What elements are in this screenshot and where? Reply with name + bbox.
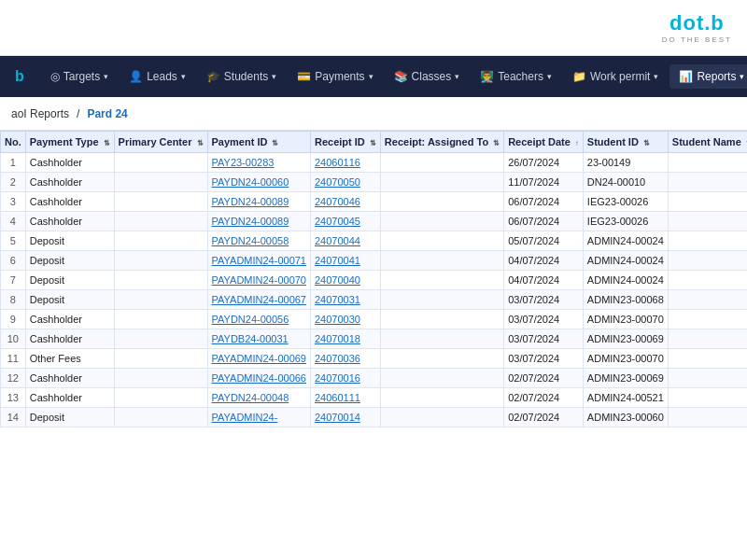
cell-receipt_id[interactable]: 24060116 bbox=[311, 153, 381, 173]
table-row: 1CashholderPAY23-002832406011626/07/2024… bbox=[1, 153, 748, 173]
cell-student_name bbox=[668, 251, 747, 271]
logo-sub: DO THE BEST bbox=[662, 35, 732, 44]
cell-payment_type: Deposit bbox=[25, 290, 114, 310]
cell-receipt_id[interactable]: 24060111 bbox=[311, 388, 381, 408]
cell-payment_type: Deposit bbox=[25, 231, 114, 251]
cell-receipt_date: 03/07/2024 bbox=[504, 329, 584, 349]
cell-payment_id[interactable]: PAYADMIN24- bbox=[207, 408, 311, 427]
cell-payment_id[interactable]: PAYDB24-00031 bbox=[207, 329, 311, 349]
cell-student_name bbox=[668, 329, 747, 349]
cell-primary_center bbox=[114, 153, 207, 173]
page-label: Pard 24 bbox=[87, 107, 127, 120]
cell-receipt_id[interactable]: 24070044 bbox=[311, 231, 381, 251]
reports-icon: 📊 bbox=[679, 70, 693, 83]
cell-student_name bbox=[668, 153, 747, 173]
payments-table: No. Payment Type ⇅ Primary Center ⇅ Paym… bbox=[0, 131, 747, 427]
cell-student_name bbox=[668, 212, 747, 231]
nav-item-teachers[interactable]: 👨‍🏫 Teachers ▾ bbox=[471, 64, 561, 89]
cell-payment_type: Cashholder bbox=[25, 369, 114, 388]
nav-item-leads[interactable]: 👤 Leads ▾ bbox=[120, 64, 195, 89]
cell-receipt_id[interactable]: 24070041 bbox=[311, 251, 381, 271]
cell-primary_center bbox=[114, 329, 207, 349]
cell-primary_center bbox=[114, 408, 207, 427]
col-receipt-date[interactable]: Receipt Date ↑ bbox=[504, 132, 584, 153]
aoi-reports-label: aoI Reports bbox=[11, 107, 69, 120]
cell-receipt_id[interactable]: 24070045 bbox=[311, 212, 381, 231]
col-student-name[interactable]: Student Name ⇅ bbox=[668, 132, 747, 153]
table-row: 2CashholderPAYDN24-000602407005011/07/20… bbox=[1, 173, 748, 192]
cell-receipt_date: 04/07/2024 bbox=[504, 251, 584, 271]
cell-payment_id[interactable]: PAY23-00283 bbox=[207, 153, 311, 173]
cell-payment_id[interactable]: PAYDN24-00058 bbox=[207, 231, 311, 251]
col-payment-id[interactable]: Payment ID ⇅ bbox=[207, 132, 311, 153]
targets-icon: ◎ bbox=[50, 70, 60, 83]
cell-no: 14 bbox=[1, 408, 26, 427]
cell-no: 12 bbox=[1, 369, 26, 388]
cell-payment_type: Cashholder bbox=[25, 192, 114, 212]
col-receipt-assigned-to[interactable]: Receipt: Assigned To ⇅ bbox=[380, 132, 503, 153]
cell-payment_type: Cashholder bbox=[25, 173, 114, 192]
students-arrow: ▾ bbox=[272, 72, 276, 81]
cell-receipt_id[interactable]: 24070046 bbox=[311, 192, 381, 212]
nav-item-classes[interactable]: 📚 Classes ▾ bbox=[385, 64, 470, 89]
cell-receipt_id[interactable]: 24070014 bbox=[311, 408, 381, 427]
teachers-icon: 👨‍🏫 bbox=[480, 70, 494, 83]
table-header-row: No. Payment Type ⇅ Primary Center ⇅ Paym… bbox=[1, 132, 748, 153]
cell-payment_type: Cashholder bbox=[25, 310, 114, 329]
col-receipt-id[interactable]: Receipt ID ⇅ bbox=[311, 132, 381, 153]
cell-student_name bbox=[668, 290, 747, 310]
cell-receipt_id[interactable]: 24070016 bbox=[311, 369, 381, 388]
cell-payment_id[interactable]: PAYADMIN24-00067 bbox=[207, 290, 311, 310]
targets-arrow: ▾ bbox=[104, 72, 108, 81]
cell-payment_id[interactable]: PAYDN24-00089 bbox=[207, 212, 311, 231]
cell-payment_type: Other Fees bbox=[25, 349, 114, 369]
payments-arrow: ▾ bbox=[369, 72, 374, 81]
leads-arrow: ▾ bbox=[181, 72, 186, 81]
cell-payment_id[interactable]: PAYDN24-00060 bbox=[207, 173, 311, 192]
nav-item-targets[interactable]: ◎ Targets ▾ bbox=[41, 64, 118, 89]
cell-student_id: 23-00149 bbox=[583, 153, 668, 173]
cell-receipt_date: 02/07/2024 bbox=[504, 408, 584, 427]
cell-receipt_date: 26/07/2024 bbox=[504, 153, 584, 173]
cell-receipt_id[interactable]: 24070036 bbox=[311, 349, 381, 369]
leads-icon: 👤 bbox=[129, 70, 143, 83]
cell-no: 1 bbox=[1, 153, 26, 173]
cell-no: 8 bbox=[1, 290, 26, 310]
col-primary-center[interactable]: Primary Center ⇅ bbox=[114, 132, 207, 153]
cell-receipt_assigned_to bbox=[380, 173, 503, 192]
cell-receipt_id[interactable]: 24070050 bbox=[311, 173, 381, 192]
cell-payment_id[interactable]: PAYADMIN24-00066 bbox=[207, 369, 311, 388]
cell-receipt_id[interactable]: 24070018 bbox=[311, 329, 381, 349]
cell-payment_id[interactable]: PAYDN24-00089 bbox=[207, 192, 311, 212]
cell-no: 13 bbox=[1, 388, 26, 408]
cell-receipt_id[interactable]: 24070040 bbox=[311, 271, 381, 290]
cell-primary_center bbox=[114, 173, 207, 192]
cell-payment_id[interactable]: PAYDN24-00048 bbox=[207, 388, 311, 408]
nav-item-students[interactable]: 🎓 Students ▾ bbox=[197, 64, 286, 89]
cell-payment_type: Deposit bbox=[25, 408, 114, 427]
cell-receipt_date: 03/07/2024 bbox=[504, 310, 584, 329]
col-student-id[interactable]: Student ID ⇅ bbox=[583, 132, 668, 153]
cell-receipt_assigned_to bbox=[380, 212, 503, 231]
nav-logo[interactable]: b bbox=[7, 64, 32, 89]
cell-payment_id[interactable]: PAYADMIN24-00069 bbox=[207, 349, 311, 369]
col-payment-type[interactable]: Payment Type ⇅ bbox=[25, 132, 114, 153]
cell-receipt_date: 04/07/2024 bbox=[504, 271, 584, 290]
cell-payment_id[interactable]: PAYADMIN24-00071 bbox=[207, 251, 311, 271]
nav-item-payments[interactable]: 💳 Payments ▾ bbox=[288, 64, 382, 89]
logo-area: dot.b DO THE BEST bbox=[662, 11, 732, 44]
cell-no: 2 bbox=[1, 173, 26, 192]
cell-student_id: ADMIN23-00060 bbox=[583, 408, 668, 427]
cell-payment_id[interactable]: PAYADMIN24-00070 bbox=[207, 271, 311, 290]
cell-receipt_assigned_to bbox=[380, 290, 503, 310]
cell-receipt_id[interactable]: 24070031 bbox=[311, 290, 381, 310]
cell-receipt_date: 03/07/2024 bbox=[504, 290, 584, 310]
cell-receipt_id[interactable]: 24070030 bbox=[311, 310, 381, 329]
cell-primary_center bbox=[114, 212, 207, 231]
nav-item-reports[interactable]: 📊 Reports ▾ bbox=[669, 64, 747, 89]
cell-receipt_assigned_to bbox=[380, 251, 503, 271]
cell-student_name bbox=[668, 369, 747, 388]
cell-payment_id[interactable]: PAYDN24-00056 bbox=[207, 310, 311, 329]
table-row: 10CashholderPAYDB24-000312407001803/07/2… bbox=[1, 329, 748, 349]
nav-item-workpermit[interactable]: 📁 Work permit ▾ bbox=[563, 64, 668, 89]
